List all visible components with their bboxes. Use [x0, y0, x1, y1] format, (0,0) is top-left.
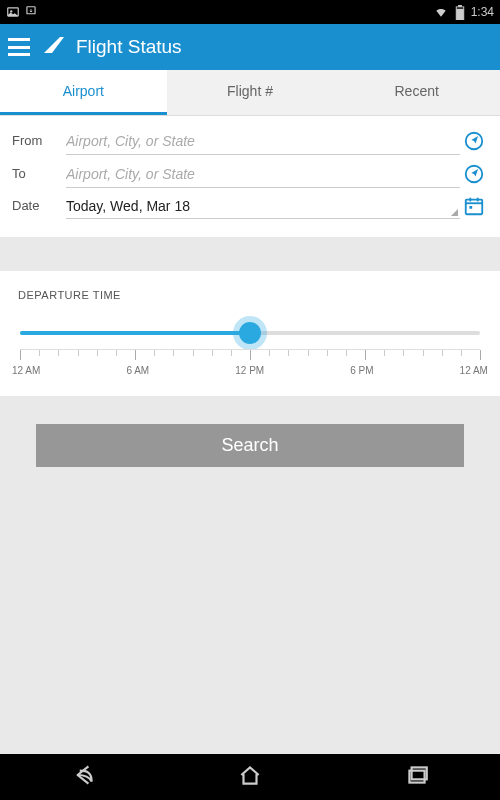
- date-field[interactable]: Today, Wed, Mar 18: [66, 192, 460, 219]
- slider-ticks: [20, 349, 480, 361]
- axis-label-12am-2: 12 AM: [460, 365, 488, 376]
- app-header: Flight Status: [0, 24, 500, 70]
- tab-bar: Airport Flight # Recent: [0, 70, 500, 116]
- tab-flight-number[interactable]: Flight #: [167, 70, 334, 115]
- axis-label-6am: 6 AM: [126, 365, 149, 376]
- slider-thumb[interactable]: [239, 322, 261, 344]
- calendar-icon[interactable]: [460, 195, 488, 217]
- wifi-icon: [433, 5, 449, 19]
- divider: [0, 237, 500, 271]
- photo-notif-icon: [6, 5, 20, 19]
- departure-section: DEPARTURE TIME 12 AM 6 AM 12 PM 6 PM 12 …: [0, 271, 500, 396]
- to-input[interactable]: [66, 166, 460, 182]
- airline-logo-icon: [42, 33, 66, 61]
- svg-rect-8: [466, 199, 483, 214]
- departure-slider[interactable]: [20, 331, 480, 335]
- menu-icon[interactable]: [8, 38, 30, 56]
- home-icon[interactable]: [237, 762, 263, 792]
- search-button[interactable]: Search: [36, 424, 464, 467]
- android-status-bar: 1:34: [0, 0, 500, 24]
- from-input[interactable]: [66, 133, 460, 149]
- page-title: Flight Status: [76, 36, 182, 58]
- android-nav-bar: [0, 754, 500, 800]
- slider-axis-labels: 12 AM 6 AM 12 PM 6 PM 12 AM: [12, 365, 488, 376]
- tab-recent[interactable]: Recent: [333, 70, 500, 115]
- svg-point-1: [10, 10, 12, 12]
- recents-icon[interactable]: [404, 762, 430, 792]
- axis-label-6pm: 6 PM: [350, 365, 373, 376]
- axis-label-12am-1: 12 AM: [12, 365, 40, 376]
- date-value: Today, Wed, Mar 18: [66, 198, 446, 214]
- clock-text: 1:34: [471, 5, 494, 19]
- date-label: Date: [12, 198, 66, 213]
- from-label: From: [12, 133, 66, 148]
- to-label: To: [12, 166, 66, 181]
- search-form: From To Date Today, Wed, Mar 18: [0, 116, 500, 237]
- locate-to-icon[interactable]: [460, 163, 488, 185]
- svg-rect-5: [456, 8, 464, 19]
- axis-label-12pm: 12 PM: [235, 365, 264, 376]
- back-icon[interactable]: [70, 762, 96, 792]
- tab-airport[interactable]: Airport: [0, 70, 167, 115]
- download-notif-icon: [24, 5, 38, 19]
- departure-title: DEPARTURE TIME: [18, 289, 482, 301]
- locate-from-icon[interactable]: [460, 130, 488, 152]
- svg-rect-12: [469, 206, 472, 209]
- battery-icon: [455, 5, 465, 20]
